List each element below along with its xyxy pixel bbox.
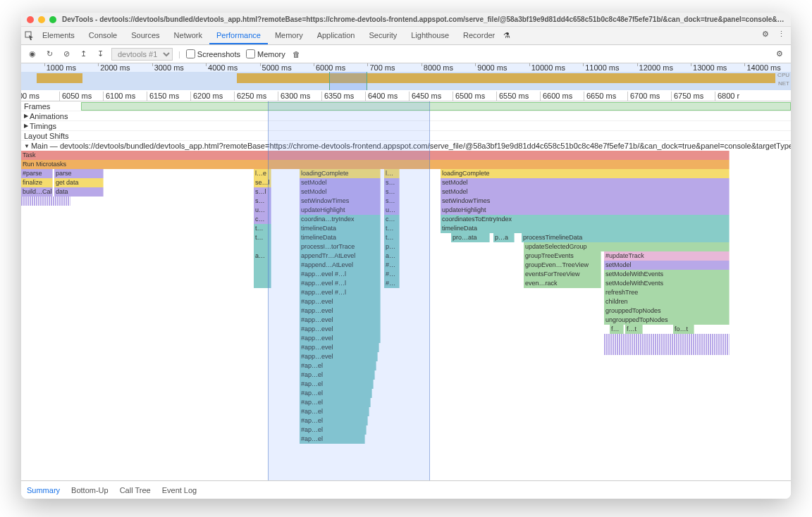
flame-entry[interactable]: #ap…el bbox=[300, 425, 367, 435]
flame-entry[interactable]: #app…evel bbox=[300, 297, 381, 306]
tab-eventlog[interactable]: Event Log bbox=[162, 486, 197, 494]
main-track-header[interactable]: ▼Main — devtools://devtools/bundled/devt… bbox=[21, 141, 791, 151]
flame-entry[interactable]: a… bbox=[254, 251, 271, 261]
flame-entry[interactable]: #… bbox=[384, 279, 400, 288]
flame-entry[interactable]: groupTreeEvents bbox=[524, 251, 601, 261]
flame-entry[interactable]: finalize bbox=[21, 178, 53, 187]
clear-icon[interactable]: ⊘ bbox=[61, 49, 72, 60]
flame-entry[interactable]: children bbox=[604, 297, 730, 306]
flame-entry[interactable]: #app…evel bbox=[300, 316, 381, 325]
flame-chart[interactable]: 5524.8 ms Frames ▶Animations ▶Timings La… bbox=[21, 101, 791, 480]
flame-entry[interactable]: processI…torTrace bbox=[300, 242, 381, 251]
flame-entry[interactable]: t… bbox=[384, 233, 400, 242]
tab-bottomup[interactable]: Bottom-Up bbox=[71, 486, 109, 494]
flame-entry[interactable]: coordinatesToEntryIndex bbox=[441, 215, 730, 224]
flame-entry[interactable]: f…t bbox=[625, 325, 643, 334]
flame-entry[interactable]: s… bbox=[384, 178, 400, 187]
flame-entry[interactable]: loadingComplete bbox=[441, 169, 730, 178]
flame-entry[interactable]: se…l bbox=[254, 178, 271, 187]
flame-entry[interactable]: groupEven…TreeView bbox=[524, 261, 601, 270]
flame-entry[interactable] bbox=[254, 242, 271, 251]
flame-entry[interactable]: u… bbox=[384, 206, 400, 215]
tab-summary[interactable]: Summary bbox=[27, 486, 60, 494]
tab-security[interactable]: Security bbox=[362, 27, 404, 44]
flame-entry[interactable] bbox=[254, 279, 271, 288]
flame-entry[interactable]: setModel bbox=[604, 261, 730, 270]
minimize-icon[interactable] bbox=[38, 16, 45, 23]
flame-entry[interactable]: setModel bbox=[441, 178, 730, 187]
flame-entry[interactable]: s… bbox=[384, 187, 400, 197]
flame-entry[interactable]: setWindowTimes bbox=[441, 197, 730, 206]
flame-entry[interactable]: setModel bbox=[300, 178, 381, 187]
record-icon[interactable]: ◉ bbox=[27, 49, 38, 60]
animations-track[interactable]: ▶Animations bbox=[21, 111, 791, 121]
capture-settings-icon[interactable]: ⚙ bbox=[774, 49, 785, 60]
flame-entry[interactable]: timelineData bbox=[300, 233, 381, 242]
flame-entry[interactable]: Task bbox=[21, 151, 730, 160]
flame-entry[interactable]: refreshTree bbox=[604, 288, 730, 297]
flame-entry[interactable]: grouppedTopNodes bbox=[604, 306, 730, 316]
flame-entry[interactable]: processTimelineData bbox=[522, 233, 730, 242]
flame-entry[interactable]: t… bbox=[254, 224, 271, 233]
flame-entry[interactable]: setModel bbox=[300, 187, 381, 197]
flame-entry[interactable]: even…rack bbox=[524, 279, 601, 288]
flame-entry[interactable]: #app…evel bbox=[300, 334, 381, 343]
flame-entry[interactable]: updateHighlight bbox=[441, 206, 730, 215]
flame-entry[interactable]: #app…evel #…l bbox=[300, 279, 381, 288]
flame-entry[interactable]: #app…evel bbox=[300, 306, 381, 316]
flame-entry[interactable]: build…Calls bbox=[21, 187, 53, 197]
flame-entry[interactable]: appendTr…AtLevel bbox=[300, 251, 381, 261]
flame-entry[interactable]: setModel bbox=[441, 187, 730, 197]
flame-entry[interactable]: updateHighlight bbox=[300, 206, 381, 215]
tab-performance[interactable]: Performance bbox=[209, 27, 268, 44]
flame-entry[interactable]: l… bbox=[384, 169, 400, 178]
memory-checkbox[interactable]: Memory bbox=[246, 49, 285, 58]
timeline-ruler[interactable]: 00 ms6050 ms6100 ms6150 ms6200 ms6250 ms… bbox=[21, 90, 791, 101]
flame-entry[interactable]: #ap…el bbox=[300, 398, 371, 407]
flame-entry[interactable]: u… bbox=[254, 206, 271, 215]
download-icon[interactable]: ↧ bbox=[94, 49, 106, 60]
flame-entry[interactable]: #ap…el bbox=[300, 370, 375, 380]
flame-entry[interactable]: p… bbox=[384, 242, 400, 251]
flame-entry[interactable]: #app…evel #…l bbox=[300, 270, 381, 279]
flame-entry[interactable]: #app…evel bbox=[300, 352, 378, 361]
flame-entry[interactable]: fo…t bbox=[673, 325, 694, 334]
flame-entry[interactable]: ungrouppedTopNodes bbox=[604, 316, 730, 325]
tab-lighthouse[interactable]: Lighthouse bbox=[404, 27, 456, 44]
layout-shifts-track[interactable]: Layout Shifts bbox=[21, 131, 791, 141]
flame-entry[interactable]: #app…evel bbox=[300, 343, 379, 352]
flame-entry[interactable]: eventsForTreeView bbox=[524, 270, 601, 279]
tab-memory[interactable]: Memory bbox=[268, 27, 310, 44]
trash-icon[interactable]: 🗑 bbox=[291, 49, 302, 60]
inspect-icon[interactable] bbox=[24, 30, 35, 42]
flame-entry[interactable]: #ap…el bbox=[300, 435, 365, 444]
flame-entry[interactable]: setModelWithEvents bbox=[604, 279, 730, 288]
more-icon[interactable]: ⋮ bbox=[775, 28, 787, 39]
flame-entry[interactable]: Run Microtasks bbox=[21, 160, 730, 169]
maximize-icon[interactable] bbox=[49, 16, 56, 23]
timings-track[interactable]: ▶Timings bbox=[21, 121, 791, 131]
flame-entry[interactable]: s… bbox=[254, 197, 271, 206]
flame-entry[interactable]: t… bbox=[254, 233, 271, 242]
flame-entry[interactable]: #append…AtLevel bbox=[300, 261, 381, 270]
frames-track[interactable]: Frames bbox=[21, 101, 791, 111]
flame-entry[interactable] bbox=[254, 270, 271, 279]
flame-entry[interactable]: coordina…tryIndex bbox=[300, 215, 381, 224]
flame-entry[interactable]: parse bbox=[54, 169, 104, 178]
flame-entry[interactable]: #… bbox=[384, 261, 400, 270]
flame-entry[interactable]: data bbox=[54, 187, 104, 197]
tab-console[interactable]: Console bbox=[82, 27, 124, 44]
tab-application[interactable]: Application bbox=[310, 27, 362, 44]
flame-entry[interactable]: #ap…el bbox=[300, 380, 374, 389]
flame-entry[interactable]: c… bbox=[254, 215, 271, 224]
flame-entry[interactable]: timelineData bbox=[441, 224, 730, 233]
flame-entry[interactable]: #parse bbox=[21, 169, 53, 178]
tab-recorder[interactable]: Recorder bbox=[456, 27, 502, 44]
flame-entry[interactable]: #app…evel #…l bbox=[300, 288, 381, 297]
tab-calltree[interactable]: Call Tree bbox=[120, 486, 151, 494]
main-flame[interactable]: TaskRun Microtasks#parseparsel…eloadingC… bbox=[21, 151, 791, 444]
screenshots-checkbox[interactable]: Screenshots bbox=[186, 49, 240, 58]
flame-entry[interactable]: f… bbox=[610, 325, 624, 334]
flame-entry[interactable]: #ap…el bbox=[300, 361, 376, 370]
flame-entry[interactable]: #app…evel bbox=[300, 325, 381, 334]
